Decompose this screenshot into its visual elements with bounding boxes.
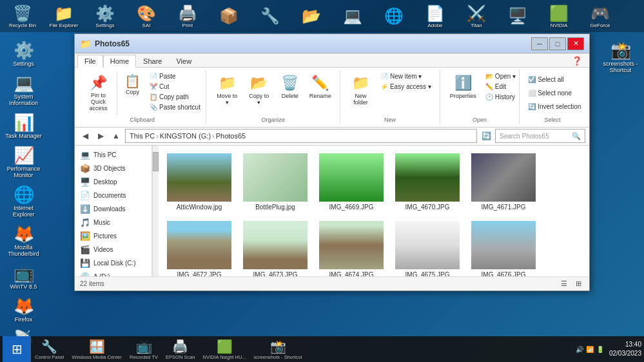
sidebar-item-music[interactable]: 🎵Music [75,216,151,229]
taskbar-item-screenshots-tb[interactable]: 📸screenshots - Shortcut [250,336,306,362]
left-icon-settings-app[interactable]: ⚙️Settings [3,41,44,67]
taskbar-item-epson-scan[interactable]: 🖨️EPSON Scan [162,336,199,362]
pin-quick-access-button[interactable]: 📌 Pin to Quick access [84,71,113,115]
file-item-img4669[interactable]: IMG_4669.JPG [316,151,387,213]
file-item-img4674[interactable]: IMG_4674.JPG [316,218,387,276]
maximize-button[interactable]: □ [549,37,566,50]
close-button[interactable]: ✕ [567,37,584,50]
top-icon-app1[interactable]: 💻 [333,6,373,26]
top-icon-remote[interactable]: 🖥️ [498,6,538,26]
top-icon-settings[interactable]: ⚙️Settings [85,3,125,30]
grid-view-button[interactable]: ⊞ [572,278,584,290]
file-item-img4672[interactable]: IMG_4672.JPG [164,218,235,276]
new-folder-button[interactable]: 📁 New folder [346,71,376,109]
local-disk-c-sidebar-icon: 💾 [80,258,90,268]
top-icon-recycle-bin[interactable]: 🗑️Recycle Bin [3,3,43,30]
left-icon-mozilla[interactable]: 🦊Mozilla Thunderbird [3,224,44,257]
sidebar-item-drive-a[interactable]: 💿A (D:) [75,270,151,276]
open-button[interactable]: 📂 Open ▾ [482,71,519,81]
explorer-window: 📁 Photos65 ─ □ ✕ File Home Share View ❓ [74,33,590,291]
top-icon-pdf[interactable]: 📄Adobe [415,3,455,30]
taskbar-item-recorded-tv[interactable]: 📺Recorded TV [126,336,162,362]
tab-file[interactable]: File [77,55,103,68]
select-none-button[interactable]: ⬜ Select none [525,88,584,98]
sidebar-scrollbar-thumb[interactable] [153,152,159,171]
sidebar-item-this-pc[interactable]: 💻This PC [75,148,151,162]
top-icon-browser[interactable]: 🌐 [374,6,414,26]
tab-home[interactable]: Home [103,55,136,68]
sidebar-item-local-disk-c[interactable]: 💾Local Disk (C:) [75,256,151,270]
top-icon-nvidia[interactable]: 🟩NVIDIA [539,3,579,30]
taskbar-item-nvidia-nsight[interactable]: 🟩NVIDIA Nsight HU... [199,336,249,362]
edit-button[interactable]: ✏️ Edit [482,82,519,91]
left-icon-perf-monitor[interactable]: 📈Performance Monitor [3,146,44,178]
help-button[interactable]: ❓ [567,54,587,67]
top-icon-custom1[interactable]: 🔧 [250,6,290,26]
top-icon-print[interactable]: 🖨️Print [168,3,208,30]
copy-icon: 📋 [124,73,141,89]
top-icon-geforce[interactable]: 🎮GeForce [580,3,620,30]
left-icon-task-manager[interactable]: 📊Task Manager [3,113,44,139]
copy-path-icon: 📋 [150,93,157,100]
file-item-img4675[interactable]: IMG_4675.JPG [392,218,463,276]
tab-view[interactable]: View [169,55,199,67]
sidebar-scrollbar[interactable] [152,146,159,276]
tab-share[interactable]: Share [136,55,169,67]
back-button[interactable]: ◀ [79,129,92,142]
sidebar-item-desktop[interactable]: 🖥️Desktop [75,175,151,189]
list-view-button[interactable]: ☰ [558,278,570,290]
delete-button[interactable]: 🗑️ Delete [275,71,304,102]
search-box[interactable]: Search Photos65 🔍 [495,129,585,143]
properties-button[interactable]: ℹ️ Properties [445,71,481,102]
file-item-img4676[interactable]: IMG_4676.JPG [468,218,539,276]
history-icon: 🕐 [485,93,493,100]
copy-to-button[interactable]: 📂 Copy to ▾ [244,71,274,109]
top-icon-sai[interactable]: 🎨SAI [126,3,166,30]
sidebar-item-videos[interactable]: 🎬Videos [75,243,151,256]
left-icon-firefox[interactable]: 🦊Firefox [3,296,44,323]
move-to-button[interactable]: 📁 Move to ▾ [211,71,242,109]
sidebar-item-documents[interactable]: 📄Documents [75,189,151,202]
history-button[interactable]: 🕐 History [482,92,519,102]
file-item-attic[interactable]: AtticWindow.jpg [164,151,235,213]
paste-shortcut-button[interactable]: 📎 Paste shortcut [146,102,204,112]
file-item-img4671[interactable]: IMG_4671.JPG [468,151,539,213]
copy-to-icon: 📂 [250,75,268,91]
refresh-button[interactable]: 🔄 [480,129,493,142]
up-button[interactable]: ▲ [110,129,122,142]
paste-button[interactable]: 📄 Paste [146,71,204,81]
left-icon-system-info[interactable]: 💻System Information [3,73,44,106]
photos65-crumb[interactable]: Photos65 [216,132,246,140]
minimize-button[interactable]: ─ [531,37,548,50]
right-icon-screenshots[interactable]: 📸screenshots - Shortcut [600,41,641,73]
cut-button[interactable]: ✂️ Cut [146,82,204,91]
address-path[interactable]: This PC › KINGSTON (G:) › Photos65 [125,129,477,143]
copy-button[interactable]: 📋 Copy [121,71,144,97]
rename-button[interactable]: ✏️ Rename [306,71,335,102]
sidebar-item-pictures[interactable]: 🖼️Pictures [75,229,151,243]
start-button[interactable]: ⊞ [3,336,31,362]
this-pc-crumb[interactable]: This PC [130,132,155,140]
easy-access-button[interactable]: ⚡ Easy access ▾ [377,82,434,91]
kingston-crumb[interactable]: KINGSTON (G:) [160,132,211,140]
tray-icon3: 🔋 [596,346,604,353]
taskbar-item-windows-media[interactable]: 🪟Windows Media Center [68,336,126,362]
top-icon-titan[interactable]: ⚔️Titan [456,3,496,30]
top-icon-folder2[interactable]: 📂 [291,6,331,26]
copy-path-button[interactable]: 📋 Copy path [146,92,204,102]
file-item-img4673[interactable]: IMG_4673.JPG [240,218,311,276]
sidebar-item-downloads[interactable]: ⬇️Downloads [75,202,151,216]
taskbar-item-control-panel[interactable]: 🔧Control Panel [31,336,68,362]
sidebar-item-3d-objects[interactable]: 📦3D Objects [75,162,151,175]
paste-cut-group: 📄 Paste ✂️ Cut 📋 Copy path 📎 [146,71,204,112]
select-all-button[interactable]: ☑️ Select all [525,75,584,84]
top-icon-icon5[interactable]: 📦 [209,6,249,26]
invert-selection-button[interactable]: 🔄 Invert selection [525,102,584,111]
left-icon-wintv[interactable]: 📺WinTV 8.5 [3,263,44,290]
top-icon-file-explorer[interactable]: 📁File Explorer [44,3,84,30]
left-icon-ie[interactable]: 🌐Internet Explorer [3,185,44,218]
new-item-button[interactable]: 📄 New item ▾ [377,71,434,81]
file-item-img4670[interactable]: IMG_4670.JPG [392,151,463,213]
file-item-bottle[interactable]: BottlePlug.jpg [240,151,311,213]
forward-button[interactable]: ▶ [94,129,107,142]
